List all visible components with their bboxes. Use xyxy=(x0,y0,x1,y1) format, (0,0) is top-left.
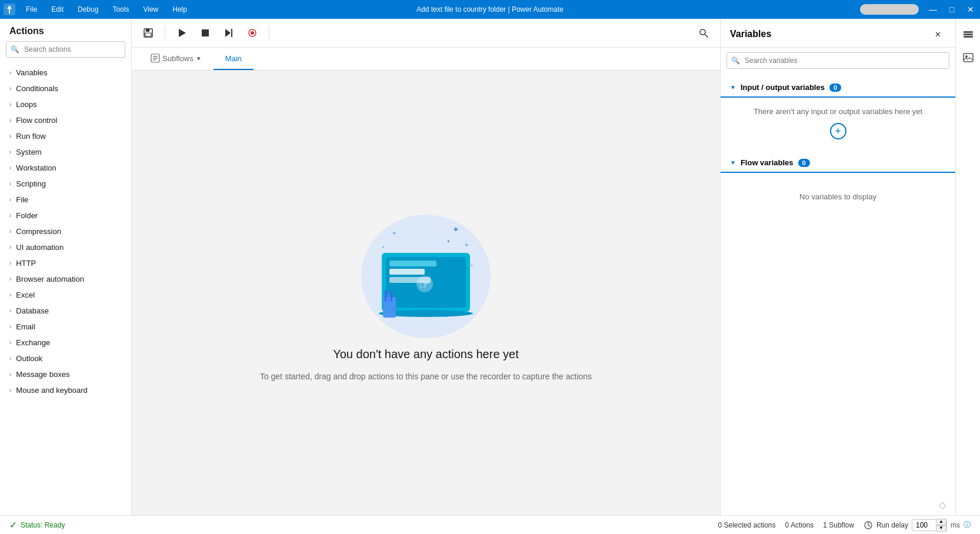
stop-button[interactable] xyxy=(196,24,215,42)
run-button[interactable] xyxy=(172,24,191,42)
svg-text:✦: ✦ xyxy=(452,225,459,234)
record-button[interactable] xyxy=(243,24,262,42)
step-button[interactable] xyxy=(219,24,238,42)
action-group-workstation[interactable]: ›Workstation xyxy=(0,160,131,176)
window-title: Add text file to country folder | Power … xyxy=(416,5,564,14)
empty-state-illustration: ✦ ✦ ✦ ✦ + + xyxy=(344,203,508,338)
svg-rect-36 xyxy=(964,34,973,35)
action-group-excel[interactable]: ›Excel xyxy=(0,287,131,303)
actions-search-input[interactable] xyxy=(6,41,125,58)
action-group-scripting[interactable]: ›Scripting xyxy=(0,176,131,192)
svg-rect-7 xyxy=(231,29,232,37)
maximize-button[interactable]: □ xyxy=(942,0,961,19)
input-output-content: There aren't any input or output variabl… xyxy=(721,98,955,149)
action-group-outlook[interactable]: ›Outlook xyxy=(0,351,131,366)
chevron-icon: › xyxy=(9,196,11,203)
action-group-label: Loops xyxy=(16,100,36,109)
action-group-flow-control[interactable]: ›Flow control xyxy=(0,112,131,128)
action-group-loops[interactable]: ›Loops xyxy=(0,96,131,112)
action-group-run-flow[interactable]: ›Run flow xyxy=(0,128,131,144)
input-output-section: ▼ Input / output variables 0 There aren'… xyxy=(721,78,955,149)
variables-search-icon: 🔍 xyxy=(731,56,740,65)
variables-search-input[interactable] xyxy=(726,52,949,69)
menu-bar: File Edit Debug Tools View Help xyxy=(19,0,194,19)
action-group-ui-automation[interactable]: ›UI automation xyxy=(0,239,131,255)
action-group-system[interactable]: ›System xyxy=(0,144,131,160)
svg-text:✦: ✦ xyxy=(464,242,469,248)
chevron-icon: › xyxy=(9,308,11,314)
variables-panel: Variables ✕ 🔍 ▼ Input / output variables… xyxy=(720,19,955,515)
menu-edit[interactable]: Edit xyxy=(44,0,71,19)
svg-rect-3 xyxy=(145,33,151,36)
action-group-database[interactable]: ›Database xyxy=(0,303,131,319)
input-output-label: Input / output variables xyxy=(741,83,825,92)
variables-title: Variables xyxy=(730,29,771,39)
action-group-label: Mouse and keyboard xyxy=(16,386,87,395)
action-group-file[interactable]: ›File xyxy=(0,192,131,208)
chevron-icon: › xyxy=(9,387,11,393)
menu-help[interactable]: Help xyxy=(165,0,194,19)
delay-input-wrap: ▲ ▼ xyxy=(912,519,947,531)
menu-tools[interactable]: Tools xyxy=(105,0,136,19)
chevron-icon: › xyxy=(9,339,11,346)
svg-text:+: + xyxy=(382,245,385,250)
action-group-mouse-and-keyboard[interactable]: ›Mouse and keyboard xyxy=(0,382,131,398)
status-ready: ✓ Status: Ready xyxy=(9,519,65,530)
menu-view[interactable]: View xyxy=(136,0,165,19)
chevron-icon: › xyxy=(9,212,11,219)
action-group-label: Variables xyxy=(16,68,47,77)
selected-actions-count: 0 Selected actions xyxy=(718,521,775,529)
toolbar xyxy=(132,19,720,48)
action-group-label: Scripting xyxy=(16,179,46,188)
actions-panel: Actions 🔍 ›Variables›Conditionals›Loops›… xyxy=(0,19,132,515)
input-output-empty-text: There aren't any input or output variabl… xyxy=(754,107,922,116)
menu-debug[interactable]: Debug xyxy=(71,0,105,19)
variables-close-button[interactable]: ✕ xyxy=(929,26,946,42)
action-group-browser-automation[interactable]: ›Browser automation xyxy=(0,271,131,287)
info-icon[interactable]: ⓘ xyxy=(964,520,971,530)
minimize-button[interactable]: — xyxy=(924,0,942,19)
svg-text:✦: ✦ xyxy=(392,230,396,236)
action-group-conditionals[interactable]: ›Conditionals xyxy=(0,81,131,96)
variables-search-box: 🔍 xyxy=(726,52,949,69)
action-group-label: System xyxy=(16,148,41,156)
chevron-icon: › xyxy=(9,165,11,171)
close-button[interactable]: ✕ xyxy=(961,0,980,19)
flow-variables-header[interactable]: ▼ Flow variables 0 xyxy=(721,153,955,173)
action-group-label: Email xyxy=(16,322,35,331)
flow-variables-content: No variables to display xyxy=(721,173,955,220)
subflows-chevron: ▼ xyxy=(196,55,202,62)
action-group-compression[interactable]: ›Compression xyxy=(0,223,131,239)
chevron-icon: › xyxy=(9,323,11,330)
action-group-label: Compression xyxy=(16,227,61,236)
canvas-search-button[interactable] xyxy=(694,24,713,42)
save-button[interactable] xyxy=(139,24,158,42)
action-group-http[interactable]: ›HTTP xyxy=(0,255,131,271)
svg-rect-33 xyxy=(388,292,389,303)
action-group-folder[interactable]: ›Folder xyxy=(0,208,131,223)
tab-subflows[interactable]: Subflows ▼ xyxy=(139,48,214,70)
delay-increment-button[interactable]: ▲ xyxy=(936,519,946,525)
action-group-label: HTTP xyxy=(16,259,36,268)
chevron-icon: › xyxy=(9,371,11,378)
menu-file[interactable]: File xyxy=(19,0,44,19)
action-group-label: Exchange xyxy=(16,338,50,347)
action-group-label: Message boxes xyxy=(16,370,69,379)
clock-icon xyxy=(864,520,873,530)
action-group-variables[interactable]: ›Variables xyxy=(0,65,131,81)
empty-state-desc: To get started, drag and drop actions to… xyxy=(260,371,592,383)
chevron-icon: › xyxy=(9,228,11,235)
action-group-message-boxes[interactable]: ›Message boxes xyxy=(0,366,131,382)
add-input-output-button[interactable]: + xyxy=(830,123,846,139)
actions-header: Actions xyxy=(0,19,131,41)
svg-marker-4 xyxy=(179,29,186,37)
chevron-icon: › xyxy=(9,133,11,139)
layers-icon-button[interactable] xyxy=(958,24,979,45)
image-icon-button[interactable] xyxy=(958,47,979,68)
action-group-exchange[interactable]: ›Exchange xyxy=(0,335,131,351)
action-group-email[interactable]: ›Email xyxy=(0,319,131,335)
input-output-header[interactable]: ▼ Input / output variables 0 xyxy=(721,78,955,98)
tab-main[interactable]: Main xyxy=(214,48,254,70)
delay-decrement-button[interactable]: ▼ xyxy=(936,525,946,532)
flow-variables-section: ▼ Flow variables 0 No variables to displ… xyxy=(721,153,955,220)
